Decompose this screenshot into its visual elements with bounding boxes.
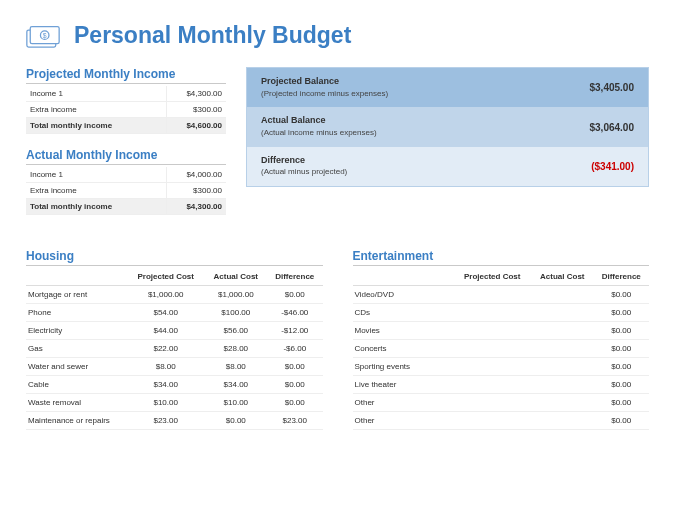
housing-table: Projected Cost Actual Cost Difference Mo… xyxy=(26,268,323,430)
difference-row: Difference(Actual minus projected) ($341… xyxy=(247,147,648,186)
housing-title: Housing xyxy=(26,249,323,266)
table-row: Waste removal$10.00$10.00$0.00 xyxy=(26,394,323,412)
projected-income-title: Projected Monthly Income xyxy=(26,67,226,84)
table-row: CDs$0.00 xyxy=(353,304,650,322)
balance-summary: Projected Balance(Projected income minus… xyxy=(246,67,649,187)
table-row: Income 1$4,000.00 xyxy=(26,167,226,183)
table-row: Extra income$300.00 xyxy=(26,102,226,118)
table-header-row: Projected Cost Actual Cost Difference xyxy=(353,268,650,286)
table-header-row: Projected Cost Actual Cost Difference xyxy=(26,268,323,286)
svg-text:$: $ xyxy=(43,31,47,38)
document-header: $ Personal Monthly Budget xyxy=(26,22,649,49)
table-row: Gas$22.00$28.00-$6.00 xyxy=(26,340,323,358)
actual-income-title: Actual Monthly Income xyxy=(26,148,226,165)
table-row: Concerts$0.00 xyxy=(353,340,650,358)
money-icon: $ xyxy=(26,23,60,49)
table-row: Electricity$44.00$56.00-$12.00 xyxy=(26,322,323,340)
table-row: Live theater$0.00 xyxy=(353,376,650,394)
actual-balance-row: Actual Balance(Actual income minus expen… xyxy=(247,107,648,146)
table-row: Total monthly income$4,300.00 xyxy=(26,199,226,215)
table-row: Total monthly income$4,600.00 xyxy=(26,118,226,134)
table-row: Extra income$300.00 xyxy=(26,183,226,199)
table-row: Video/DVD$0.00 xyxy=(353,286,650,304)
projected-balance-row: Projected Balance(Projected income minus… xyxy=(247,68,648,107)
table-row: Income 1$4,300.00 xyxy=(26,86,226,102)
table-row: Other$0.00 xyxy=(353,412,650,430)
table-row: Phone$54.00$100.00-$46.00 xyxy=(26,304,323,322)
actual-income-table: Income 1$4,000.00 Extra income$300.00 To… xyxy=(26,167,226,215)
projected-income-table: Income 1$4,300.00 Extra income$300.00 To… xyxy=(26,86,226,134)
table-row: Water and sewer$8.00$8.00$0.00 xyxy=(26,358,323,376)
page-title: Personal Monthly Budget xyxy=(74,22,351,49)
table-row: Other$0.00 xyxy=(353,394,650,412)
entertainment-title: Entertainment xyxy=(353,249,650,266)
entertainment-table: Projected Cost Actual Cost Difference Vi… xyxy=(353,268,650,430)
table-row: Mortgage or rent$1,000.00$1,000.00$0.00 xyxy=(26,286,323,304)
table-row: Cable$34.00$34.00$0.00 xyxy=(26,376,323,394)
table-row: Movies$0.00 xyxy=(353,322,650,340)
table-row: Sporting events$0.00 xyxy=(353,358,650,376)
table-row: Maintenance or repairs$23.00$0.00$23.00 xyxy=(26,412,323,430)
